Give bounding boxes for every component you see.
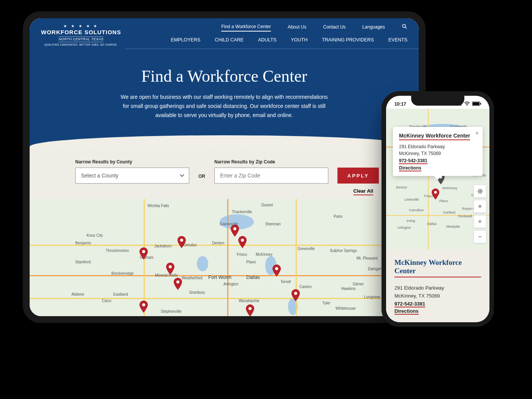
nav-about[interactable]: About Us <box>288 24 306 31</box>
page-title: Find a Workforce Center <box>75 66 373 86</box>
nav-adults[interactable]: ADULTS <box>258 37 276 44</box>
map-city-label: Waxahachie <box>239 299 260 303</box>
map-pin-icon[interactable] <box>166 262 175 275</box>
popup-directions-link[interactable]: Directions <box>399 165 421 171</box>
brand-logo[interactable]: ★ ★ ★ ★ ★ WORKFORCE SOLUTIONS NORTH CENT… <box>41 24 121 47</box>
map-pin-icon[interactable] <box>177 236 186 249</box>
nav-childcare[interactable]: CHILD CARE <box>215 37 244 44</box>
map-pin-icon[interactable] <box>173 277 182 290</box>
map-city-label: Plano <box>439 199 448 203</box>
phone-screen: 10:17 ThackervilleGordonvilleGainesville… <box>386 96 489 322</box>
search-icon[interactable] <box>402 24 407 32</box>
map-city-label: Dallas <box>427 222 437 226</box>
status-time: 10:17 <box>394 101 406 107</box>
nav-events[interactable]: EVENTS <box>388 37 407 44</box>
apply-button[interactable]: APPLY <box>337 168 379 184</box>
map-city-label: Durant <box>261 203 273 207</box>
map-road <box>30 298 419 299</box>
nav-youth[interactable]: YOUTH <box>291 37 307 44</box>
map-pin-icon[interactable] <box>230 224 239 237</box>
map-city-label: Wichita Falls <box>147 204 169 208</box>
map-city-label: Eastland <box>113 292 128 296</box>
center-detail-card: McKinney Workforce Center 291 Eldorado P… <box>386 249 489 322</box>
map-city-label: Denton <box>212 241 224 245</box>
phone-notch <box>411 96 464 106</box>
nav-find-center[interactable]: Find a Workforce Center <box>221 24 271 32</box>
hero-body: We are open for business with our staff … <box>118 93 331 120</box>
zip-input[interactable] <box>214 168 328 184</box>
map-pin-icon[interactable] <box>139 300 148 313</box>
popup-title: McKinney Workforce Center <box>399 133 470 140</box>
utility-nav: Find a Workforce Center About Us Contact… <box>136 24 407 32</box>
map-pin-icon[interactable] <box>245 304 255 316</box>
main-nav: EMPLOYERS CHILD CARE ADULTS YOUTH TRAINI… <box>136 37 407 44</box>
map-city-label: Carrollton <box>409 208 424 212</box>
map-city-label: Sulphur Springs <box>330 249 357 253</box>
map-city-label: Mesquite <box>446 225 460 228</box>
map-city-label: Thackerville <box>232 210 252 214</box>
map-city-label: Arlington <box>397 226 411 230</box>
nav-divider <box>125 49 419 49</box>
detail-phone-link[interactable]: 972-542-3381 <box>394 301 425 307</box>
map-city-label: Granbury <box>189 290 205 294</box>
map-city-label: Terrell <box>280 280 291 284</box>
map-city-label: Garland <box>443 211 455 214</box>
zoom-out-button[interactable]: − <box>473 230 486 243</box>
map-city-label: Longview <box>364 295 380 299</box>
county-select-value: Select a County <box>81 173 119 179</box>
svg-line-2 <box>405 27 407 28</box>
map-city-label: Lewisville <box>404 198 419 201</box>
map-pin-icon[interactable] <box>139 247 148 260</box>
zoom-in-button[interactable]: + <box>473 215 486 228</box>
nav-rows: Find a Workforce Center About Us Contact… <box>136 24 407 49</box>
popup-addr1: 291 Eldorado Parkway <box>399 143 477 150</box>
detail-title: McKinney Workforce Center <box>394 258 481 277</box>
map-city-label: McKinney <box>256 252 272 256</box>
clear-all-link[interactable]: Clear All <box>353 188 373 195</box>
logo-tag: QUALIFIED CANDIDATES. BETTER JOBS. NO CH… <box>44 43 118 46</box>
map-city-label: Frisco <box>237 252 247 256</box>
map-city-label: Tyler <box>322 301 331 305</box>
map-city-label: Mt. Pleasant <box>356 256 378 260</box>
svg-rect-9 <box>473 102 480 105</box>
map-controls: ⊕ ⌖ + − <box>473 185 486 243</box>
map-city-label: Canton <box>299 285 312 289</box>
map-city-label: Gilmer <box>353 282 364 286</box>
map-city-label: Stamford <box>75 260 91 264</box>
county-select[interactable]: Select a County <box>75 168 189 184</box>
tablet-device: ★ ★ ★ ★ ★ WORKFORCE SOLUTIONS NORTH CENT… <box>23 11 426 323</box>
popup-addr2: McKinney, TX 75069 <box>399 150 477 157</box>
map-city-label: McKinney <box>442 186 458 190</box>
nav-contact[interactable]: Contact Us <box>323 24 345 31</box>
detail-directions-link[interactable]: Directions <box>394 308 419 315</box>
map-city-label: Stephenville <box>161 309 181 314</box>
zip-field: Narrow Results by Zip Code <box>214 159 328 184</box>
nav-employers[interactable]: EMPLOYERS <box>171 37 200 44</box>
nav-languages[interactable]: Languages <box>363 24 385 31</box>
map-info-window: × McKinney Workforce Center 291 Eldorado… <box>393 127 483 176</box>
nav-training[interactable]: TRAINING PROVIDERS <box>322 37 374 44</box>
detail-addr1: 291 Eldorado Parkway <box>394 284 481 292</box>
close-icon[interactable]: × <box>475 130 479 137</box>
popup-phone-link[interactable]: 972-542-3381 <box>399 158 428 164</box>
tablet-screen: ★ ★ ★ ★ ★ WORKFORCE SOLUTIONS NORTH CENT… <box>30 18 419 316</box>
map-pin-icon[interactable] <box>272 264 281 277</box>
map-city-label: Knox City <box>87 233 103 238</box>
chevron-down-icon <box>180 173 184 177</box>
map-pin-icon[interactable] <box>291 289 300 302</box>
phone-map[interactable]: ThackervilleGordonvilleGainesvilleWhites… <box>386 109 489 249</box>
map-city-label: Jacksboro <box>154 244 172 248</box>
map-pin-icon[interactable] <box>238 236 247 249</box>
filter-band: Narrow Results by County Select a County… <box>30 150 419 199</box>
map-city-label: Weatherford <box>182 276 203 280</box>
globe-icon[interactable]: ⊕ <box>473 185 486 198</box>
zip-label: Narrow Results by Zip Code <box>214 159 328 165</box>
clear-line: Clear All <box>75 188 373 194</box>
map-pin-icon[interactable] <box>431 188 440 200</box>
phone-device: 10:17 ThackervilleGordonvilleGainesville… <box>382 91 494 327</box>
results-map[interactable]: Wichita FallsDurantParisThackervilleGain… <box>30 199 419 316</box>
map-city-label: Benjamin <box>75 241 91 245</box>
detail-addr2: McKinney, TX 75069 <box>394 292 481 300</box>
wifi-icon <box>464 101 470 107</box>
locate-icon[interactable]: ⌖ <box>473 200 486 213</box>
